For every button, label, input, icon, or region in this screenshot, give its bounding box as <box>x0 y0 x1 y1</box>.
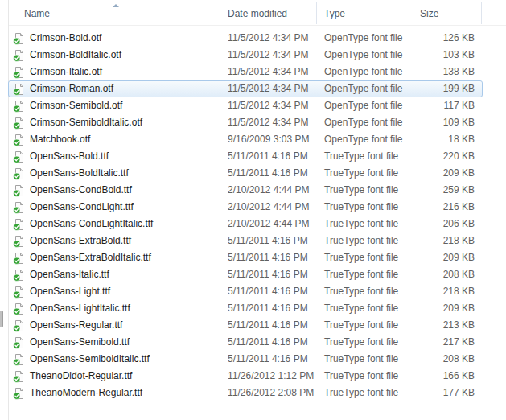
file-name: OpenSans-Italic.ttf <box>30 266 109 283</box>
file-date-modified: 11/5/2012 4:34 PM <box>228 30 309 47</box>
file-date-modified: 5/11/2011 4:16 PM <box>228 300 308 317</box>
column-header-name[interactable]: Name <box>24 8 50 19</box>
file-date-modified: 2/10/2012 4:44 PM <box>228 182 309 199</box>
file-row[interactable]: Crimson-Roman.otf 11/5/2012 4:34 PM Open… <box>8 80 484 97</box>
file-date-modified: 5/11/2011 4:16 PM <box>228 351 308 368</box>
file-name: OpenSans-ExtraBoldItalic.ttf <box>30 249 151 266</box>
file-date-modified: 5/11/2011 4:16 PM <box>228 233 308 249</box>
file-check-icon <box>13 184 24 197</box>
file-row[interactable]: TheanoDidot-Regular.ttf 11/26/2012 1:12 … <box>8 368 484 385</box>
file-date-modified: 5/11/2011 4:16 PM <box>228 266 308 283</box>
file-row[interactable]: OpenSans-CondLightItalic.ttf 2/10/2012 4… <box>8 216 484 233</box>
file-row[interactable]: TheanoModern-Regular.ttf 11/26/2012 2:08… <box>8 385 484 401</box>
file-size: 18 KB <box>386 131 475 148</box>
file-name: Crimson-BoldItalic.otf <box>30 47 121 64</box>
file-name: OpenSans-ExtraBold.ttf <box>30 233 131 249</box>
file-row[interactable]: OpenSans-SemiboldItalic.ttf 5/11/2011 4:… <box>8 351 484 368</box>
file-date-modified: 5/11/2011 4:16 PM <box>228 334 308 351</box>
file-check-icon <box>13 83 24 96</box>
file-name: OpenSans-Semibold.ttf <box>30 334 130 351</box>
file-size: 209 KB <box>386 300 475 317</box>
file-date-modified: 11/5/2012 4:34 PM <box>228 47 309 64</box>
file-date-modified: 5/11/2011 4:16 PM <box>228 249 308 266</box>
file-check-icon <box>13 218 24 231</box>
file-row[interactable]: OpenSans-CondLight.ttf 2/10/2012 4:44 PM… <box>8 199 484 216</box>
file-row[interactable]: OpenSans-ExtraBoldItalic.ttf 5/11/2011 4… <box>8 249 484 266</box>
file-name: Crimson-Semibold.otf <box>30 97 122 114</box>
file-date-modified: 2/10/2012 4:44 PM <box>228 199 309 216</box>
file-row[interactable]: OpenSans-ExtraBold.ttf 5/11/2011 4:16 PM… <box>8 233 484 249</box>
file-check-icon <box>13 201 24 214</box>
file-row[interactable]: Crimson-SemiboldItalic.otf 11/5/2012 4:3… <box>8 114 484 131</box>
file-row[interactable]: OpenSans-Bold.ttf 5/11/2011 4:16 PM True… <box>8 148 484 165</box>
file-row[interactable]: Crimson-Semibold.otf 11/5/2012 4:34 PM O… <box>8 97 484 114</box>
file-check-icon <box>13 286 24 299</box>
file-size: 209 KB <box>386 165 475 182</box>
file-row[interactable]: Crimson-BoldItalic.otf 11/5/2012 4:34 PM… <box>8 47 484 64</box>
file-name: OpenSans-CondLightItalic.ttf <box>30 216 153 233</box>
file-name: OpenSans-Bold.ttf <box>30 148 109 165</box>
file-size: 218 KB <box>386 233 475 249</box>
file-name: OpenSans-BoldItalic.ttf <box>30 165 129 182</box>
column-resize-handle[interactable] <box>413 2 413 24</box>
header-bottom-edge <box>9 25 506 26</box>
file-check-icon <box>13 303 24 315</box>
file-date-modified: 11/5/2012 4:34 PM <box>228 97 309 114</box>
file-row[interactable]: OpenSans-Semibold.ttf 5/11/2011 4:16 PM … <box>8 334 484 351</box>
file-size: 216 KB <box>386 199 475 216</box>
file-row[interactable]: Crimson-Bold.otf 11/5/2012 4:34 PM OpenT… <box>8 30 484 47</box>
file-size: 109 KB <box>386 114 475 131</box>
column-resize-handle[interactable] <box>316 2 317 24</box>
file-check-icon <box>13 117 24 130</box>
file-check-icon <box>13 319 24 332</box>
file-size: 213 KB <box>386 317 475 334</box>
file-date-modified: 11/5/2012 4:34 PM <box>228 80 309 97</box>
file-date-modified: 5/11/2011 4:16 PM <box>228 317 308 334</box>
file-size: 217 KB <box>386 334 475 351</box>
file-row[interactable]: Crimson-Italic.otf 11/5/2012 4:34 PM Ope… <box>8 64 484 80</box>
file-size: 208 KB <box>386 266 475 283</box>
file-check-icon <box>13 66 24 79</box>
file-row[interactable]: OpenSans-Regular.ttf 5/11/2011 4:16 PM T… <box>8 317 484 334</box>
file-name: OpenSans-LightItalic.ttf <box>30 300 130 317</box>
file-size: 209 KB <box>386 249 475 266</box>
file-date-modified: 11/26/2012 2:08 PM <box>228 385 314 401</box>
file-list: Crimson-Bold.otf 11/5/2012 4:34 PM OpenT… <box>8 30 484 401</box>
file-check-icon <box>13 100 24 113</box>
column-header-size[interactable]: Size <box>420 8 438 19</box>
column-header-date-modified[interactable]: Date modified <box>228 8 287 19</box>
file-date-modified: 5/11/2011 4:16 PM <box>228 148 308 165</box>
file-row[interactable]: Matchbook.otf 9/16/2009 3:03 PM OpenType… <box>8 131 484 148</box>
file-check-icon <box>13 269 24 282</box>
file-check-icon <box>13 252 24 265</box>
file-check-icon <box>13 387 24 400</box>
file-check-icon <box>13 49 24 62</box>
file-date-modified: 11/5/2012 4:34 PM <box>228 114 309 131</box>
file-row[interactable]: OpenSans-CondBold.ttf 2/10/2012 4:44 PM … <box>8 182 484 199</box>
file-row[interactable]: OpenSans-BoldItalic.ttf 5/11/2011 4:16 P… <box>8 165 484 182</box>
file-size: 166 KB <box>386 368 475 385</box>
file-name: OpenSans-CondLight.ttf <box>30 199 134 216</box>
file-date-modified: 11/26/2012 1:12 PM <box>228 368 314 385</box>
scrollbar-fragment[interactable] <box>0 311 3 327</box>
file-name: Matchbook.otf <box>30 131 90 148</box>
file-check-icon <box>13 370 24 383</box>
file-size: 218 KB <box>386 283 475 300</box>
details-column-header: Name Date modified Type Size <box>9 2 506 25</box>
column-resize-handle[interactable] <box>481 2 482 24</box>
file-date-modified: 5/11/2011 4:16 PM <box>228 283 308 300</box>
file-size: 126 KB <box>386 30 475 47</box>
file-size: 259 KB <box>386 182 475 199</box>
file-date-modified: 11/5/2012 4:34 PM <box>228 64 309 80</box>
file-row[interactable]: OpenSans-Italic.ttf 5/11/2011 4:16 PM Tr… <box>8 266 484 283</box>
file-name: Crimson-Italic.otf <box>30 64 102 80</box>
file-size: 138 KB <box>386 64 475 80</box>
column-header-type[interactable]: Type <box>324 8 345 19</box>
file-size: 220 KB <box>386 148 475 165</box>
file-row[interactable]: OpenSans-LightItalic.ttf 5/11/2011 4:16 … <box>8 300 484 317</box>
column-resize-handle[interactable] <box>220 2 220 24</box>
file-size: 117 KB <box>386 97 475 114</box>
file-check-icon <box>13 353 24 366</box>
file-row[interactable]: OpenSans-Light.ttf 5/11/2011 4:16 PM Tru… <box>8 283 484 300</box>
file-check-icon <box>13 336 24 349</box>
